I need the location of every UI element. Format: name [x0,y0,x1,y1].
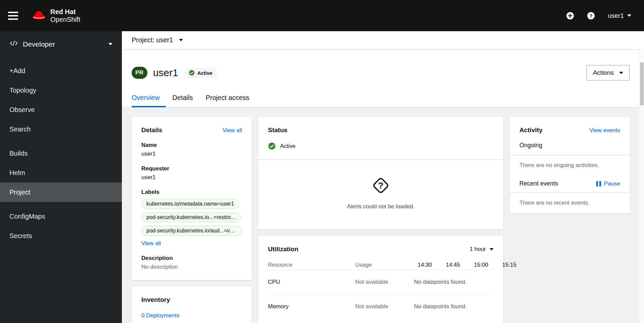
label-chip: pod-security.kubernetes.io...=restric... [141,212,241,222]
user-menu-label: user1 [608,12,624,19]
sidebar-item-search[interactable]: Search [0,119,122,139]
utilization-card: Utilization 1 hour Resource Usage 14:30 [258,236,503,323]
pause-events-button[interactable]: Pause [596,180,620,187]
status-card-title: Status [268,126,287,134]
time-axis: 14:30 14:45 15:00 15:15 [414,262,520,268]
tabs: Overview Details Project access [132,94,630,107]
ongoing-empty-message: There are no ongoing activities. [510,155,630,176]
activity-card-title: Activity [519,126,543,134]
sidebar: Developer +Add Topology Observe Search B… [0,31,122,323]
chevron-down-icon [108,43,112,45]
label-chip: kubernetes.io/metadata.name=user1 [141,199,239,209]
page-title: user1 [153,67,178,78]
perspective-switcher[interactable]: Developer [0,31,122,57]
chevron-down-icon [619,72,623,74]
resource-datapoints: No datapoints found. [414,303,494,310]
code-icon [9,40,18,49]
sidebar-item-add[interactable]: +Add [0,61,122,80]
chevron-down-icon [490,248,494,251]
pause-icon [596,181,601,186]
usage-column-header: Usage [355,262,414,268]
actions-label: Actions [593,69,614,76]
status-card: Status Active ? [258,117,503,229]
check-circle-icon [189,70,195,76]
utilization-card-title: Utilization [268,246,298,253]
menu-toggle-icon[interactable] [8,9,23,22]
name-label: Name [141,142,242,149]
requester-value: user1 [141,174,242,181]
utilization-header-row: Resource Usage 14:30 14:45 15:00 15:15 [268,262,494,270]
brand-text: Red Hat OpenShift [50,8,80,23]
recent-events-label: Recent events [519,180,558,187]
requester-label: Requester [141,165,242,172]
deployments-link[interactable]: 0 Deployments [141,312,179,319]
svg-text:?: ? [378,180,383,191]
tab-details[interactable]: Details [166,94,199,107]
masthead-utilities: ? user1 [566,12,631,20]
ongoing-section-label: Ongoing [510,134,630,155]
scrollbar-thumb[interactable] [640,62,644,105]
right-column: Activity View events Ongoing There are n… [510,117,630,214]
recent-events-empty-message: There are no recent events. [510,193,630,214]
sidebar-item-project[interactable]: Project [0,182,122,202]
duration-dropdown[interactable]: 1 hour [470,246,494,253]
vertical-scrollbar[interactable] [639,49,644,323]
add-plus-circle-icon[interactable] [566,12,574,20]
sidebar-item-builds[interactable]: Builds [0,144,122,163]
resource-name: CPU [268,279,355,285]
labels-view-all-link[interactable]: View all [141,240,161,247]
utilization-row-memory: Memory Not available No datapoints found… [268,294,494,319]
chevron-down-icon [179,39,183,41]
help-question-circle-icon[interactable]: ? [587,12,595,20]
label-chip: pod-security.kubernetes.io/aud...=v1.... [141,226,242,236]
chevron-down-icon [627,14,631,17]
left-column: Details View all Name user1 Requester us… [132,117,252,323]
description-label: Description [141,255,242,262]
resource-datapoints: No datapoints found. [414,279,494,285]
page-header: PR user1 Active Actions Overview Details [122,49,644,107]
brand-logo[interactable]: Red Hat OpenShift [32,8,80,23]
sidebar-item-helm[interactable]: Helm [0,163,122,182]
resource-usage: Not available [355,303,414,310]
view-events-link[interactable]: View events [590,127,620,134]
details-card-title: Details [141,126,162,134]
redhat-hat-icon [32,9,46,22]
details-card: Details View all Name user1 Requester us… [132,117,252,280]
svg-text:?: ? [590,13,593,18]
main-area: Project: user1 PR user1 Active Actions [122,31,644,323]
tab-overview[interactable]: Overview [132,94,166,107]
duration-value: 1 hour [470,246,486,253]
labels-list: kubernetes.io/metadata.name=user1 pod-se… [141,199,242,236]
sidebar-item-observe[interactable]: Observe [0,100,122,119]
masthead: Red Hat OpenShift ? user1 [0,0,644,31]
project-selector[interactable]: Project: user1 [122,31,644,49]
brand-line2: OpenShift [50,16,80,23]
inventory-card-title: Inventory [141,296,170,303]
name-value: user1 [141,151,242,157]
actions-dropdown-button[interactable]: Actions [587,65,630,80]
details-view-all-link[interactable]: View all [223,127,242,134]
inventory-card: Inventory 0 Deployments [132,286,252,323]
user-menu[interactable]: user1 [608,12,631,19]
sidebar-item-topology[interactable]: Topology [0,80,122,100]
pause-label: Pause [604,180,620,187]
perspective-label: Developer [23,40,55,48]
project-selector-label: Project: user1 [132,36,173,44]
utilization-row-cpu: CPU Not available No datapoints found. [268,270,494,294]
time-tick-label: 14:45 [442,262,464,268]
resource-name: Memory [268,303,355,310]
tab-project-access[interactable]: Project access [199,94,256,107]
project-resource-badge: PR [132,67,147,79]
alerts-message: Alerts could not be loaded. [265,203,497,210]
time-tick-label: 14:30 [414,262,435,268]
resource-column-header: Resource [268,262,355,268]
sidebar-nav: +Add Topology Observe Search Builds Helm… [0,61,122,246]
time-tick-label: 15:00 [470,262,492,268]
sidebar-item-configmaps[interactable]: ConfigMaps [0,207,122,226]
status-badge-label: Active [197,70,213,76]
overview-content: Details View all Name user1 Requester us… [122,107,644,323]
sidebar-item-secrets[interactable]: Secrets [0,226,122,246]
status-value: Active [280,143,295,150]
status-badge: Active [184,68,217,78]
unknown-alert-icon: ? [370,175,391,196]
